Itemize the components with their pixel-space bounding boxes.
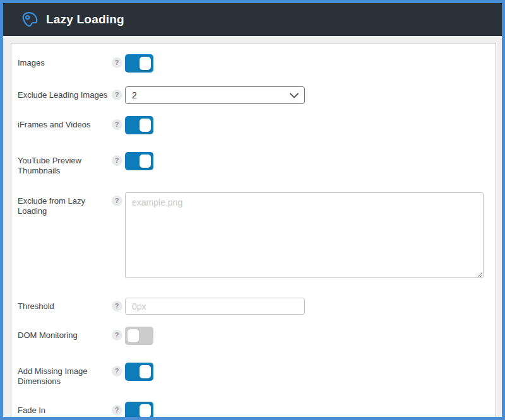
- row-images: Images ?: [18, 54, 489, 75]
- row-exclude-from-lazy-loading: Exclude from Lazy Loading ?: [18, 192, 489, 281]
- exclude-from-lazy-loading-label: Exclude from Lazy Loading: [18, 192, 109, 216]
- threshold-help-icon[interactable]: ?: [112, 301, 122, 312]
- add-missing-image-dimensions-help-icon[interactable]: ?: [112, 366, 122, 376]
- exclude-leading-images-help-icon[interactable]: ?: [112, 90, 122, 100]
- row-fade-in: Fade In ?: [18, 402, 489, 420]
- images-toggle[interactable]: [125, 54, 153, 73]
- images-help-icon[interactable]: ?: [112, 57, 122, 68]
- iframes-and-videos-toggle[interactable]: [125, 116, 153, 134]
- exclude-leading-images-label: Exclude Leading Images: [18, 86, 109, 100]
- row-iframes-and-videos: iFrames and Videos ?: [18, 116, 489, 137]
- fade-in-help-icon[interactable]: ?: [112, 405, 122, 416]
- toggle-knob: [140, 119, 151, 132]
- section-header: Lazy Loading: [3, 3, 502, 36]
- toggle-knob: [140, 155, 151, 168]
- dom-monitoring-help-icon[interactable]: ?: [112, 330, 122, 341]
- iframes-and-videos-label: iFrames and Videos: [18, 116, 109, 130]
- exclude-leading-images-select[interactable]: 2: [125, 86, 305, 104]
- fade-in-label: Fade In: [18, 402, 109, 416]
- perfmatters-logo-icon: [21, 11, 39, 28]
- lazy-loading-settings-card: Images ? Exclude Leading Images ? 2 iFra…: [11, 43, 496, 420]
- row-dom-monitoring: DOM Monitoring ?: [18, 327, 489, 347]
- fade-in-toggle[interactable]: [125, 402, 153, 420]
- toggle-knob: [140, 57, 151, 70]
- dom-monitoring-label: DOM Monitoring: [18, 327, 109, 341]
- dom-monitoring-toggle[interactable]: [125, 327, 153, 345]
- page-title: Lazy Loading: [46, 13, 124, 26]
- images-label: Images: [18, 54, 109, 68]
- threshold-input[interactable]: [125, 298, 305, 315]
- youtube-preview-thumbnails-help-icon[interactable]: ?: [112, 155, 122, 166]
- add-missing-image-dimensions-toggle[interactable]: [125, 363, 153, 381]
- row-exclude-leading-images: Exclude Leading Images ? 2: [18, 86, 489, 104]
- youtube-preview-thumbnails-label: YouTube Preview Thumbnails: [18, 152, 109, 176]
- toggle-knob: [128, 329, 139, 342]
- toggle-knob: [140, 365, 151, 378]
- row-add-missing-image-dimensions: Add Missing Image Dimensions ?: [18, 363, 489, 387]
- exclude-from-lazy-loading-textarea[interactable]: [125, 192, 484, 278]
- toggle-knob: [140, 404, 151, 417]
- row-threshold: Threshold ?: [18, 298, 489, 315]
- iframes-and-videos-help-icon[interactable]: ?: [112, 119, 122, 130]
- youtube-preview-thumbnails-toggle[interactable]: [125, 152, 153, 170]
- exclude-from-lazy-loading-help-icon[interactable]: ?: [112, 195, 122, 206]
- add-missing-image-dimensions-label: Add Missing Image Dimensions: [18, 363, 109, 387]
- row-youtube-preview-thumbnails: YouTube Preview Thumbnails ?: [18, 152, 489, 176]
- threshold-label: Threshold: [18, 298, 109, 312]
